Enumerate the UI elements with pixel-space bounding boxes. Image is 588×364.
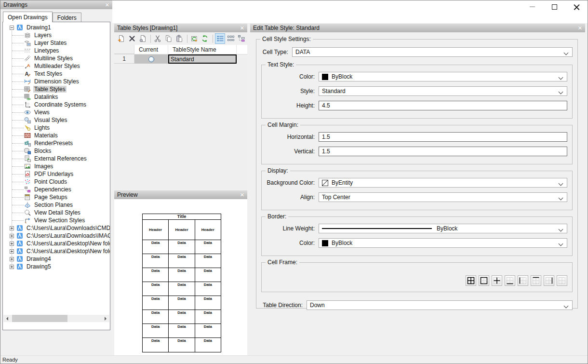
tree-item-label: Section Planes [33, 202, 74, 208]
expand-icon[interactable] [10, 249, 14, 254]
minimize-button[interactable] [521, 0, 543, 13]
border-color-dropdown[interactable]: ByBlock [319, 238, 567, 248]
tree-item-materials[interactable]: Materials [3, 132, 110, 139]
tree-item-view-section-styles[interactable]: View Section Styles [3, 216, 110, 224]
background-color-dropdown[interactable]: ByEntity [319, 178, 567, 188]
tree-item-layers[interactable]: Layers [3, 31, 110, 39]
tree-item-drawing4[interactable]: Drawing4 [3, 255, 110, 263]
tree-item-dependencies[interactable]: Dependencies [3, 186, 110, 193]
expand-icon[interactable] [10, 234, 14, 238]
drawings-panel-title: Drawings [3, 1, 27, 8]
cell-frame-right-border-button[interactable] [544, 275, 554, 286]
tree-view-button[interactable] [237, 33, 247, 44]
maximize-button[interactable] [543, 0, 565, 13]
cell-frame-left-border-button[interactable] [518, 275, 528, 286]
cell-frame-bottom-border-button[interactable] [505, 275, 515, 286]
vertical-margin-input[interactable]: 1.5 [319, 147, 567, 156]
line-weight-dropdown[interactable]: ByBlock [319, 224, 567, 233]
table-direction-dropdown[interactable]: Down [307, 300, 573, 310]
scrollbar-thumb[interactable] [12, 315, 67, 322]
cell-frame-no-borders-button[interactable] [557, 275, 567, 286]
style-name-cell[interactable]: Standard [168, 54, 237, 64]
text-color-dropdown[interactable]: ByBlock [319, 72, 567, 81]
tree-item-multiline-styles[interactable]: Multiline Styles [3, 54, 110, 62]
tree-item-multileader-styles[interactable]: AMultileader Styles [3, 62, 110, 70]
cell-frame-all-borders-button[interactable] [466, 275, 476, 286]
tree-item-images[interactable]: Images [3, 162, 110, 170]
tree-item-c-users-laura-desktop-new-folde[interactable]: C:\Users\Laura\Desktop\New folde [3, 247, 110, 255]
horizontal-scrollbar[interactable] [3, 315, 109, 322]
toolbar-separator [150, 35, 151, 43]
expand-icon[interactable] [10, 242, 14, 246]
height-input[interactable]: 4.5 [319, 101, 567, 110]
tree-item-table-styles[interactable]: Table Styles [3, 85, 110, 93]
tree-item-datalinks[interactable]: Datalinks [3, 93, 110, 101]
tree-item-page-setups[interactable]: Page Setups [3, 193, 110, 201]
tree-item-c-users-laura-downloads-cmd[interactable]: C:\Users\Laura\Downloads\CMD_- [3, 224, 110, 232]
tree-item-pdf-underlays[interactable]: PDF Underlays [3, 170, 110, 178]
tree-item-c-users-laura-desktop-new-folde[interactable]: C:\Users\Laura\Desktop\New folde [3, 240, 110, 247]
tree-item-coordinate-systems[interactable]: Coordinate Systems [3, 101, 110, 108]
text-style-dropdown[interactable]: Standard [319, 86, 567, 96]
cell-frame-inside-borders-button[interactable] [492, 275, 502, 286]
align-row: Align: Top Center [267, 192, 567, 202]
close-icon[interactable]: ✕ [578, 26, 582, 31]
tree-item-point-clouds[interactable]: Point Clouds [3, 178, 110, 186]
tree-item-text-styles[interactable]: AText Styles [3, 70, 110, 78]
copy-button[interactable] [163, 33, 174, 44]
tree-item-blocks[interactable]: Blocks [3, 147, 110, 155]
dimension-styles-icon [24, 78, 31, 85]
new-item-button[interactable] [116, 33, 126, 44]
cell-type-dropdown[interactable]: DATA [292, 47, 573, 57]
tree-item-renderpresets[interactable]: RenderPresets [3, 139, 110, 147]
icons-view-button[interactable] [226, 33, 236, 44]
tree-item-layer-states[interactable]: Layer States [3, 39, 110, 47]
align-label: Align: [267, 194, 315, 201]
close-icon[interactable]: ✕ [105, 2, 109, 8]
tree-item-label: C:\Users\Laura\Desktop\New folde [26, 240, 110, 247]
refresh-button[interactable] [200, 33, 210, 44]
expand-icon[interactable] [10, 265, 14, 269]
tab-folders[interactable]: Folders [53, 13, 81, 22]
collapse-icon[interactable] [10, 26, 14, 30]
tree-item-view-detail-styles[interactable]: View Detail Styles [3, 209, 110, 216]
current-cell[interactable] [134, 54, 168, 64]
byblock-color-swatch [322, 74, 328, 80]
regen-button[interactable] [189, 33, 200, 44]
tree-item-section-planes[interactable]: Section Planes [3, 201, 110, 209]
cut-button[interactable] [153, 33, 163, 44]
close-button[interactable] [565, 0, 588, 13]
cell-frame-outside-borders-button[interactable] [479, 275, 489, 286]
tree-item-views[interactable]: Views [3, 108, 110, 116]
tree-item-drawing1[interactable]: Drawing1 [3, 24, 110, 31]
tree-item-dimension-styles[interactable]: Dimension Styles [3, 78, 110, 85]
delete-button[interactable] [127, 33, 137, 44]
layers-icon [24, 32, 31, 39]
paste-button[interactable] [174, 33, 184, 44]
scroll-left-icon[interactable] [3, 315, 11, 322]
tree-item-c-users-laura-downloads-image[interactable]: C:\Users\Laura\Downloads\IMAGE [3, 232, 110, 240]
tree-item-label: C:\Users\Laura\Downloads\CMD_- [26, 225, 110, 231]
scroll-right-icon[interactable] [102, 315, 109, 322]
close-icon[interactable]: ✕ [240, 26, 244, 31]
linetypes-icon [24, 47, 31, 54]
current-radio-selected[interactable] [148, 56, 154, 62]
tree-item-linetypes[interactable]: Linetypes [3, 47, 110, 54]
tree-item-label: Page Setups [33, 194, 68, 201]
tree-item-drawing5[interactable]: Drawing5 [3, 263, 110, 270]
tree-item-lights[interactable]: Lights [3, 124, 110, 132]
close-icon[interactable]: ✕ [240, 192, 244, 198]
grid-column-name[interactable]: TableStyle Name [168, 45, 237, 54]
details-view-button[interactable] [215, 33, 225, 44]
grid-column-current[interactable]: Current [134, 45, 168, 54]
cell-frame-top-border-button[interactable] [531, 275, 541, 286]
duplicate-button[interactable] [138, 33, 148, 44]
horizontal-margin-input[interactable]: 1.5 [319, 132, 567, 142]
tree-item-external-references[interactable]: External References [3, 155, 110, 162]
table-style-row[interactable]: 1Standard [114, 54, 247, 64]
tab-open-drawings[interactable]: Open Drawings [3, 12, 53, 22]
expand-icon[interactable] [10, 226, 14, 230]
tree-item-visual-styles[interactable]: Visual Styles [3, 116, 110, 124]
expand-icon[interactable] [10, 257, 14, 261]
align-dropdown[interactable]: Top Center [319, 192, 567, 202]
